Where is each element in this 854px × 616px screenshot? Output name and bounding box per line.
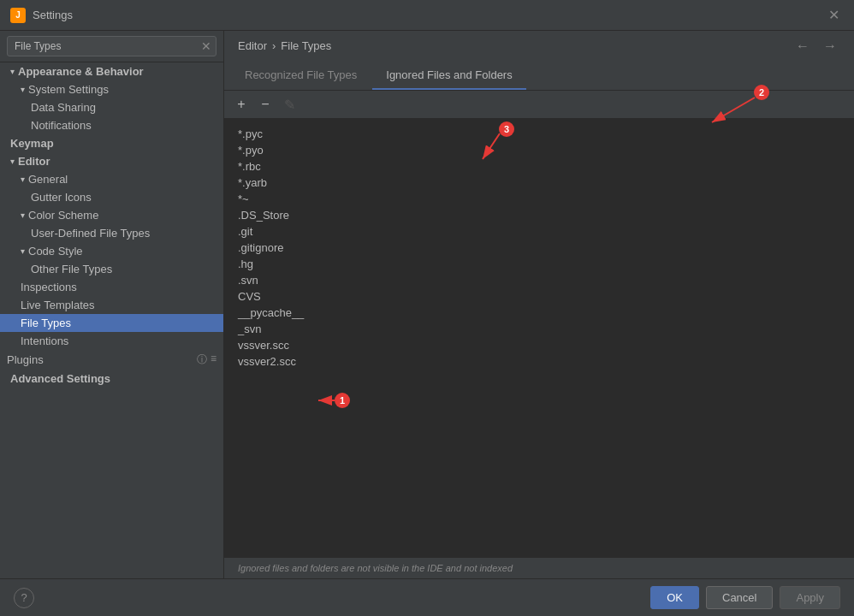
status-text: Ignored files and folders are not visibl…: [238, 563, 513, 573]
tab-recognized[interactable]: Recognized File Types: [231, 62, 371, 90]
sidebar-item-intentions[interactable]: Intentions: [0, 332, 223, 350]
sidebar-item-general[interactable]: ▾ General: [0, 170, 223, 188]
sidebar-item-editor[interactable]: ▾ Editor: [0, 152, 223, 170]
breadcrumb-separator: ›: [272, 39, 276, 52]
list-item[interactable]: .DS_Store: [238, 207, 840, 223]
breadcrumb-current: File Types: [281, 39, 331, 52]
sidebar-item-appearance[interactable]: ▾ Appearance & Behavior: [0, 62, 223, 80]
sidebar-item-user-defined[interactable]: User-Defined File Types: [0, 224, 223, 242]
list-item[interactable]: __pycache__: [238, 305, 840, 321]
sidebar-item-notifications[interactable]: Notifications: [0, 116, 223, 134]
sidebar-item-data-sharing[interactable]: Data Sharing: [0, 98, 223, 116]
sidebar-item-color-scheme[interactable]: ▾ Color Scheme: [0, 206, 223, 224]
sidebar-item-gutter-icons[interactable]: Gutter Icons: [0, 188, 223, 206]
breadcrumb: Editor › File Types: [238, 39, 331, 52]
sidebar-item-live-templates[interactable]: Live Templates: [0, 296, 223, 314]
search-clear-icon[interactable]: ✕: [201, 39, 211, 53]
apply-button[interactable]: Apply: [780, 586, 840, 609]
status-bar: Ignored files and folders are not visibl…: [224, 557, 854, 578]
help-button[interactable]: ?: [14, 588, 34, 608]
nav-back-button[interactable]: ←: [792, 36, 813, 56]
list-item[interactable]: CVS: [238, 288, 840, 305]
toolbar: + − ✎: [224, 91, 854, 119]
list-item[interactable]: *~: [238, 191, 840, 207]
list-item[interactable]: vssver2.scc: [238, 353, 840, 370]
file-list: *.pyc *.pyo *.rbc *.yarb *~ .DS_Store .g…: [224, 119, 854, 557]
close-button[interactable]: ✕: [823, 5, 844, 26]
list-item[interactable]: *.yarb: [238, 175, 840, 191]
list-item[interactable]: vssver.scc: [238, 337, 840, 353]
add-button[interactable]: +: [231, 94, 252, 115]
list-item[interactable]: *.pyo: [238, 142, 840, 158]
sidebar-item-plugins[interactable]: Plugins ⓘ ≡: [0, 350, 223, 370]
list-item[interactable]: .git: [238, 223, 840, 240]
sidebar-item-keymap[interactable]: Keymap: [0, 134, 223, 152]
cancel-button[interactable]: Cancel: [706, 586, 773, 609]
sidebar-item-other-file-types[interactable]: Other File Types: [0, 260, 223, 278]
tabs-bar: Recognized File Types Ignored Files and …: [224, 62, 854, 91]
title-bar: J Settings ✕: [0, 0, 854, 31]
sidebar-item-advanced-settings[interactable]: Advanced Settings: [0, 370, 223, 388]
bottom-bar: ? OK Cancel Apply: [0, 578, 854, 616]
sidebar-item-system-settings[interactable]: ▾ System Settings: [0, 80, 223, 98]
sidebar: ✕ ▾ Appearance & Behavior ▾ System Setti…: [0, 31, 224, 578]
main-panel: Editor › File Types ← → Recognized File …: [224, 31, 854, 578]
sidebar-item-code-style[interactable]: ▾ Code Style: [0, 242, 223, 260]
ok-button[interactable]: OK: [650, 586, 699, 609]
action-buttons: OK Cancel Apply: [650, 586, 840, 609]
search-box: ✕: [0, 31, 223, 62]
search-input[interactable]: [7, 36, 216, 56]
main-wrapper: Editor › File Types ← → Recognized File …: [224, 31, 854, 578]
nav-forward-button[interactable]: →: [820, 36, 840, 56]
sidebar-item-inspections[interactable]: Inspections: [0, 278, 223, 296]
window-title: Settings: [33, 9, 73, 21]
nav-buttons: ← →: [792, 36, 840, 56]
breadcrumb-bar: Editor › File Types ← →: [224, 31, 854, 62]
remove-button[interactable]: −: [255, 94, 276, 115]
list-item[interactable]: *.pyc: [238, 126, 840, 142]
app-icon: J: [10, 8, 26, 23]
list-item[interactable]: .svn: [238, 272, 840, 288]
breadcrumb-parent: Editor: [238, 39, 267, 52]
main-content: ✕ ▾ Appearance & Behavior ▾ System Setti…: [0, 31, 854, 578]
list-item[interactable]: .gitignore: [238, 240, 840, 256]
tab-ignored[interactable]: Ignored Files and Folders: [372, 62, 525, 90]
edit-button[interactable]: ✎: [279, 94, 299, 115]
list-item[interactable]: .hg: [238, 256, 840, 272]
settings-icon: ≡: [211, 352, 216, 367]
info-icon: ⓘ: [197, 352, 207, 367]
settings-window: J Settings ✕ ✕ ▾ Appearance & Behavior ▾…: [0, 0, 854, 616]
list-item[interactable]: _svn: [238, 321, 840, 337]
sidebar-item-file-types[interactable]: File Types: [0, 314, 223, 332]
list-item[interactable]: *.rbc: [238, 158, 840, 175]
